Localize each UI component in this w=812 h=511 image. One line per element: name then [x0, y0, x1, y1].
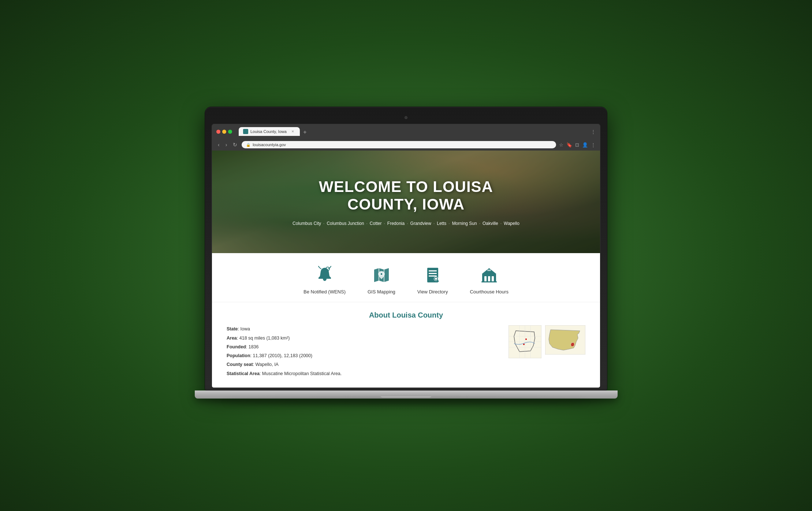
- screen-bezel: Louisa County, Iowa ✕ + ⋮ ‹ › ↻ 🔒 louisa…: [212, 124, 600, 388]
- founded-info: Founded: 1836: [227, 343, 498, 351]
- courthouse-icon: [478, 264, 500, 286]
- state-info: State: Iowa: [227, 325, 498, 333]
- svg-rect-12: [484, 276, 487, 282]
- svg-point-2: [380, 273, 382, 275]
- directory-icon: [422, 264, 444, 286]
- profile-icon[interactable]: 👤: [582, 142, 588, 148]
- camera-bar: [212, 114, 600, 122]
- city-link-columbus-city[interactable]: Columbus City: [293, 221, 321, 226]
- svg-rect-13: [488, 276, 490, 282]
- hero-section: WELCOME TO LOUISA COUNTY, IOWA Columbus …: [212, 151, 600, 253]
- laptop-screen-shell: Louisa County, Iowa ✕ + ⋮ ‹ › ↻ 🔒 louisa…: [205, 107, 607, 390]
- tab-close-button[interactable]: ✕: [290, 129, 295, 134]
- city-link-morning-sun[interactable]: Morning Sun: [452, 221, 477, 226]
- county-map: [509, 325, 541, 358]
- browser-nav: ‹ › ↻ 🔒 louisacountyia.gov ☆ 🔖 ⊡ 👤 ⋮: [212, 139, 600, 151]
- iowa-map-svg: [545, 325, 585, 355]
- cast-icon[interactable]: ⊡: [575, 142, 579, 148]
- lock-icon: 🔒: [246, 143, 250, 147]
- svg-rect-6: [429, 275, 437, 277]
- url-text: louisacountyia.gov: [253, 142, 286, 147]
- svg-point-26: [525, 338, 527, 340]
- be-notified-label: Be Notified (WENS): [303, 289, 346, 295]
- city-link-cotter[interactable]: Cotter: [370, 221, 382, 226]
- refresh-button[interactable]: ↻: [231, 141, 239, 148]
- directory-svg: [424, 266, 442, 284]
- map-svg: [372, 266, 391, 284]
- quick-links-section: Be Notified (WENS): [212, 253, 600, 302]
- bell-svg: [316, 266, 334, 284]
- quick-link-gis-mapping[interactable]: GIS Mapping: [368, 264, 395, 295]
- svg-rect-14: [492, 276, 494, 282]
- quick-link-view-directory[interactable]: View Directory: [417, 264, 448, 295]
- active-tab[interactable]: Louisa County, Iowa ✕: [239, 127, 300, 136]
- about-title: About Louisa County: [227, 311, 585, 319]
- city-link-fredonia[interactable]: Fredonia: [387, 221, 405, 226]
- close-button[interactable]: [216, 130, 220, 134]
- city-link-wapello[interactable]: Wapello: [504, 221, 519, 226]
- city-link-letts[interactable]: Letts: [437, 221, 446, 226]
- website-content: WELCOME TO LOUISA COUNTY, IOWA Columbus …: [212, 151, 600, 388]
- browser-titlebar: Louisa County, Iowa ✕ + ⋮: [212, 124, 600, 139]
- tab-title: Louisa County, Iowa: [250, 129, 287, 134]
- county-seat-info: County seat: Wapello, IA: [227, 361, 498, 369]
- laptop-shadow: [225, 400, 587, 404]
- iowa-state-map: [545, 325, 585, 355]
- about-text: State: Iowa Area: 418 sq miles (1,083 km…: [227, 325, 498, 379]
- bell-icon: [314, 264, 336, 286]
- view-directory-label: View Directory: [417, 289, 448, 295]
- about-maps: [509, 325, 585, 358]
- county-map-svg: [509, 325, 541, 358]
- courthouse-svg: [480, 266, 498, 284]
- map-icon: [370, 264, 392, 286]
- about-section: About Louisa County State: Iowa Area: 41…: [212, 302, 600, 388]
- address-bar[interactable]: 🔒 louisacountyia.gov: [242, 141, 556, 148]
- hero-content: WELCOME TO LOUISA COUNTY, IOWA Columbus …: [212, 151, 600, 253]
- about-content: State: Iowa Area: 418 sq miles (1,083 km…: [227, 325, 585, 379]
- svg-marker-29: [571, 342, 574, 347]
- back-button[interactable]: ‹: [216, 141, 221, 148]
- svg-rect-16: [487, 270, 491, 271]
- hero-title: WELCOME TO LOUISA COUNTY, IOWA: [319, 178, 493, 214]
- gis-mapping-label: GIS Mapping: [368, 289, 395, 295]
- tab-favicon: [243, 129, 248, 134]
- svg-rect-5: [429, 273, 437, 274]
- menu-icon[interactable]: ⋮: [591, 142, 596, 148]
- courthouse-hours-label: Courthouse Hours: [470, 289, 509, 295]
- bookmark-icon[interactable]: 🔖: [566, 142, 572, 148]
- laptop-notch: [380, 395, 432, 397]
- svg-rect-4: [429, 270, 437, 271]
- quick-link-be-notified[interactable]: Be Notified (WENS): [303, 264, 346, 295]
- browser-chrome: Louisa County, Iowa ✕ + ⋮ ‹ › ↻ 🔒 louisa…: [212, 124, 600, 151]
- tab-bar: Louisa County, Iowa ✕ +: [239, 127, 588, 136]
- maximize-button[interactable]: [228, 130, 232, 134]
- browser-nav-icons: ☆ 🔖 ⊡ 👤 ⋮: [559, 142, 596, 148]
- statistical-area-info: Statistical Area: Muscatine Micropolitan…: [227, 370, 498, 378]
- population-info: Population: 11,387 (2010), 12,183 (2000): [227, 352, 498, 360]
- minimize-button[interactable]: [222, 130, 226, 134]
- hero-cities-nav: Columbus City · Columbus Junction · Cott…: [293, 221, 519, 226]
- svg-rect-15: [481, 281, 497, 282]
- laptop-base: [195, 390, 618, 399]
- svg-point-25: [523, 344, 525, 345]
- traffic-lights: [216, 130, 232, 134]
- city-link-grandview[interactable]: Grandview: [410, 221, 431, 226]
- quick-link-courthouse-hours[interactable]: Courthouse Hours: [470, 264, 509, 295]
- bookmark-star-icon[interactable]: ☆: [559, 142, 563, 148]
- forward-button[interactable]: ›: [224, 141, 229, 148]
- city-link-columbus-junction[interactable]: Columbus Junction: [327, 221, 364, 226]
- more-options-button[interactable]: ⋮: [591, 129, 596, 134]
- new-tab-button[interactable]: +: [301, 129, 309, 136]
- area-info: Area: 418 sq miles (1,083 km²): [227, 334, 498, 342]
- webcam: [405, 116, 407, 119]
- city-link-oakville[interactable]: Oakville: [483, 221, 498, 226]
- laptop-container: Louisa County, Iowa ✕ + ⋮ ‹ › ↻ 🔒 louisa…: [205, 107, 607, 404]
